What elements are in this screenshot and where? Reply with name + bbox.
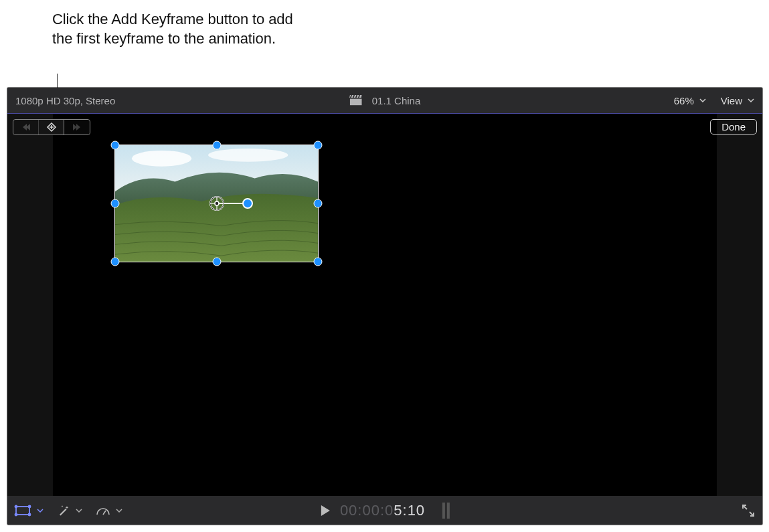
svg-point-14 xyxy=(132,151,191,167)
format-info: 1080p HD 30p, Stereo xyxy=(15,95,115,106)
prev-keyframe-icon xyxy=(21,123,31,131)
rotation-handle[interactable] xyxy=(242,198,253,209)
resize-handle-tm[interactable] xyxy=(212,141,221,150)
wand-icon xyxy=(57,504,70,517)
view-label: View xyxy=(721,95,742,106)
transform-tool-dropdown[interactable] xyxy=(14,505,44,517)
svg-line-26 xyxy=(103,511,106,515)
svg-rect-21 xyxy=(16,507,29,515)
resize-handle-tl[interactable] xyxy=(111,141,120,150)
chevron-down-icon xyxy=(116,509,122,513)
viewer-canvas[interactable]: Done xyxy=(7,114,762,496)
done-button[interactable]: Done xyxy=(710,119,757,135)
svg-point-22 xyxy=(15,506,17,508)
transform-frame[interactable] xyxy=(114,145,319,262)
clip-name-label: 01.1 China xyxy=(372,95,421,106)
resize-handle-tr[interactable] xyxy=(314,141,323,150)
viewer-left-gutter xyxy=(7,114,53,496)
chevron-down-icon xyxy=(748,98,754,102)
viewer-toolbar: 1080p HD 30p, Stereo 01.1 China 66% xyxy=(7,88,762,113)
svg-point-20 xyxy=(215,201,219,205)
resize-handle-bl[interactable] xyxy=(111,258,120,266)
timecode-active: 5:10 xyxy=(394,502,425,519)
zoom-label: 66% xyxy=(674,95,694,106)
svg-point-24 xyxy=(15,514,17,516)
view-dropdown[interactable]: View xyxy=(721,95,754,106)
fullscreen-button[interactable] xyxy=(741,503,756,518)
gauge-icon xyxy=(96,505,110,516)
chevron-down-icon xyxy=(699,98,706,102)
resize-handle-mr[interactable] xyxy=(314,199,323,208)
keyframe-nav-group xyxy=(13,119,90,135)
resize-handle-br[interactable] xyxy=(314,258,323,266)
add-keyframe-icon xyxy=(46,122,57,132)
zoom-dropdown[interactable]: 66% xyxy=(674,95,706,106)
loop-mark xyxy=(442,503,445,519)
viewer-bottom-bar: 00:00:05:10 xyxy=(7,496,762,525)
timecode-dim: 00:00:0 xyxy=(340,502,394,519)
next-keyframe-icon xyxy=(72,123,82,131)
anchor-point-icon[interactable] xyxy=(209,195,225,211)
loop-mark xyxy=(447,503,450,519)
svg-marker-12 xyxy=(76,124,80,130)
loop-indicator xyxy=(442,503,450,519)
transform-tool-icon xyxy=(14,505,31,517)
viewer-right-gutter xyxy=(717,114,762,496)
svg-point-23 xyxy=(29,506,31,508)
svg-marker-27 xyxy=(321,505,330,516)
callout-text: Click the Add Keyframe button to add the… xyxy=(52,9,307,48)
chevron-down-icon xyxy=(37,509,44,513)
prev-keyframe-button[interactable] xyxy=(13,120,39,135)
next-keyframe-button[interactable] xyxy=(64,120,90,135)
play-button[interactable] xyxy=(320,505,332,517)
effects-tool-dropdown[interactable] xyxy=(57,504,82,517)
svg-rect-0 xyxy=(350,99,362,106)
add-keyframe-button[interactable] xyxy=(39,120,64,135)
chevron-down-icon xyxy=(76,509,82,513)
svg-point-25 xyxy=(29,514,31,516)
timecode-display[interactable]: 00:00:05:10 xyxy=(340,502,425,519)
retime-tool-dropdown[interactable] xyxy=(96,505,122,516)
svg-point-15 xyxy=(208,149,288,162)
resize-handle-ml[interactable] xyxy=(111,199,120,208)
clapperboard-icon xyxy=(349,95,363,106)
resize-handle-bm[interactable] xyxy=(212,258,221,266)
viewer-panel: 1080p HD 30p, Stereo 01.1 China 66% xyxy=(7,88,762,525)
